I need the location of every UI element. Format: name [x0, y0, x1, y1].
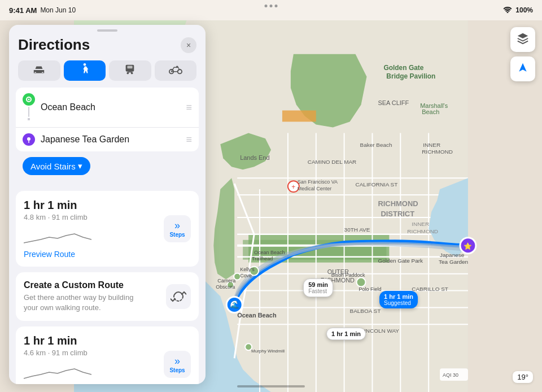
svg-text:⭐: ⭐ [464, 242, 472, 250]
route-card-1: 1 hr 1 min 4.8 km · 91 m climb Preview R… [16, 191, 199, 267]
transport-tab-transit[interactable] [109, 60, 151, 81]
route-1-time: 1 hr 1 min [24, 199, 191, 212]
fastest-route-label[interactable]: 59 min Fastest [303, 278, 333, 297]
svg-point-80 [27, 137, 30, 141]
battery-icon: 100% [515, 6, 533, 14]
transport-tab-car[interactable] [18, 60, 60, 81]
svg-text:DISTRICT: DISTRICT [381, 210, 414, 218]
transport-tab-cycle[interactable] [155, 60, 197, 81]
third-time: 1 hr 1 min [331, 330, 361, 337]
svg-text:Ocean Beach: Ocean Beach [254, 250, 285, 255]
panel-title: Directions [18, 36, 90, 54]
custom-route-text: Create a Custom Route Get there another … [24, 280, 148, 313]
steps-label-1: Steps [169, 232, 185, 238]
svg-text:CALIFORNIA ST: CALIFORNIA ST [356, 181, 398, 188]
walk-icon [80, 63, 89, 79]
third-route-label[interactable]: 1 hr 1 min [326, 328, 366, 340]
svg-text:RICHMOND: RICHMOND [422, 149, 453, 155]
svg-text:Murphy Windmill: Murphy Windmill [251, 349, 285, 354]
location-button[interactable] [510, 56, 535, 81]
drag-pill [97, 29, 117, 32]
transport-tab-walk[interactable] [64, 60, 106, 81]
svg-text:Golden Gate: Golden Gate [383, 64, 423, 72]
svg-text:Marshall's: Marshall's [420, 102, 448, 109]
svg-text:Bridge Pavilion: Bridge Pavilion [386, 72, 435, 80]
chevron-down-icon: ▾ [78, 161, 82, 171]
avoid-stairs-label: Avoid Stairs [30, 162, 76, 171]
svg-text:Medical Center: Medical Center [298, 186, 331, 191]
svg-text:Trailhead: Trailhead [252, 256, 273, 262]
svg-point-79 [28, 99, 30, 101]
status-bar: 9:41 AM Mon Jun 10 100% [0, 0, 542, 20]
custom-route-description: Get there another way by building your o… [24, 293, 148, 313]
svg-text:Cove: Cove [240, 273, 252, 278]
fastest-time: 59 min [308, 281, 328, 288]
from-drag-icon[interactable]: ≡ [186, 102, 192, 114]
svg-text:INNER: INNER [423, 142, 440, 148]
close-button[interactable]: × [181, 37, 196, 53]
transit-icon [124, 63, 136, 79]
steps-label-2: Steps [169, 367, 185, 373]
to-icon [23, 133, 35, 146]
svg-text:Obscura: Obscura [216, 284, 235, 290]
svg-point-77 [176, 66, 178, 68]
top-dots [265, 5, 278, 7]
status-icons: 100% [503, 6, 533, 15]
svg-text:Kelly's: Kelly's [240, 267, 255, 272]
svg-text:SEA CLIFF: SEA CLIFF [378, 99, 409, 106]
from-location-text: Ocean Beach [41, 102, 180, 112]
svg-text:San Francisco VA: San Francisco VA [298, 179, 338, 185]
custom-route-card[interactable]: Create a Custom Route Get there another … [16, 272, 199, 321]
svg-text:30TH AVE: 30TH AVE [344, 227, 370, 233]
transport-tabs [9, 60, 206, 88]
wifi-icon [503, 6, 512, 15]
from-icon [23, 93, 35, 106]
to-drag-icon[interactable]: ≡ [186, 134, 192, 146]
location-inputs: Ocean Beach ≡ Japanese Tea Garden ≡ [16, 88, 199, 151]
cycle-icon [169, 64, 182, 77]
svg-text:Golden Gate Park: Golden Gate Park [378, 258, 423, 264]
route-card-2: 1 hr 1 min 4.6 km · 91 m climb Preview R… [16, 326, 199, 384]
suggested-route-label[interactable]: 1 hr 1 min Suggested [379, 291, 418, 308]
svg-text:Bison Paddock: Bison Paddock [331, 272, 365, 278]
steps-arrows-1: » [174, 220, 180, 230]
svg-text:BALBOA ST: BALBOA ST [350, 308, 381, 314]
status-time: 9:41 AM [9, 6, 37, 15]
panel-header: Directions × [9, 34, 206, 60]
steps-arrows-2: » [174, 356, 180, 366]
custom-route-icon [166, 284, 191, 309]
map-layers-button[interactable] [510, 27, 535, 52]
location-arrow-icon [517, 62, 528, 76]
drag-handle[interactable] [9, 25, 206, 34]
svg-point-0 [507, 12, 509, 13]
layers-icon [517, 32, 529, 47]
route-1-steps-button[interactable]: » Steps [164, 215, 191, 242]
avoid-stairs-button[interactable]: Avoid Stairs ▾ [23, 157, 90, 175]
svg-text:Baker Beach: Baker Beach [360, 142, 392, 148]
svg-text:AQI 30: AQI 30 [443, 372, 458, 378]
fastest-tag: Fastest [308, 288, 328, 294]
route-2-time: 1 hr 1 min [24, 334, 191, 347]
directions-panel: Directions × [9, 25, 206, 384]
home-indicator [237, 385, 305, 387]
custom-route-title: Create a Custom Route [24, 280, 148, 290]
svg-text:CABRILLO ST: CABRILLO ST [412, 286, 448, 292]
suggested-time: 1 hr 1 min [384, 293, 413, 300]
svg-rect-71 [128, 66, 133, 68]
route-1-preview-link[interactable]: Preview Route [24, 250, 191, 259]
svg-text:Ocean Beach: Ocean Beach [237, 312, 277, 319]
svg-text:Polo Field: Polo Field [359, 286, 382, 292]
svg-text:Tea Garden: Tea Garden [439, 259, 468, 265]
route-2-steps-button[interactable]: » Steps [164, 351, 191, 378]
status-date: Mon Jun 10 [40, 6, 76, 14]
temperature-badge: 19° [513, 371, 533, 383]
svg-text:INNER: INNER [412, 221, 429, 227]
svg-point-69 [83, 63, 86, 66]
svg-text:LINCOLN WAY: LINCOLN WAY [361, 328, 400, 334]
to-location-row[interactable]: Japanese Tea Garden ≡ [16, 127, 199, 151]
svg-text:CAMINO DEL MAR: CAMINO DEL MAR [308, 159, 356, 165]
svg-text:Japanese: Japanese [440, 252, 465, 258]
from-location-row[interactable]: Ocean Beach ≡ [16, 88, 199, 127]
svg-point-25 [357, 278, 366, 287]
svg-text:🌊: 🌊 [230, 300, 240, 310]
